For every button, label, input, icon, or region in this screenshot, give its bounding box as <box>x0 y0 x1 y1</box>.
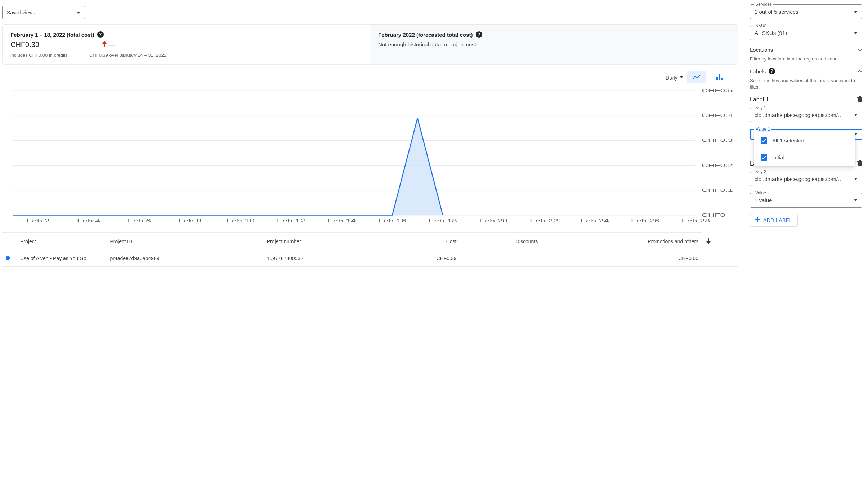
label-1-value-label: Value 1 <box>754 127 771 132</box>
skus-value: All SKUs (91) <box>755 30 854 36</box>
option-initial-text: initial <box>772 154 784 160</box>
forecast-message: Not enough historical data to project co… <box>378 41 730 47</box>
option-all-text: All 1 selected <box>772 137 804 144</box>
chevron-down-icon <box>854 178 858 180</box>
svg-text:Feb 16: Feb 16 <box>378 218 406 223</box>
credits-note: includes CHF0.00 in credits <box>10 53 68 58</box>
table-row[interactable]: Use of Aiven - Pay as You Go pr4adee7d9a… <box>2 250 738 267</box>
cell-project-id: pr4adee7d9a0ab4989 <box>106 250 263 267</box>
bar-chart-icon <box>716 74 723 80</box>
labels-section-toggle[interactable]: Labels ? <box>750 68 862 74</box>
label-2-key-value: cloudmarketplace.googleapis.com/… <box>755 176 854 182</box>
delta-dash: — <box>108 41 116 49</box>
arrow-down-icon <box>706 238 711 245</box>
svg-text:Feb 6: Feb 6 <box>127 218 151 223</box>
services-value: 1 out of 5 services <box>755 9 854 15</box>
chevron-down-icon <box>854 199 858 201</box>
help-icon[interactable]: ? <box>769 68 775 74</box>
col-project[interactable]: Project <box>17 233 106 250</box>
project-table: Project Project ID Project number Cost D… <box>2 232 738 267</box>
svg-rect-0 <box>716 77 718 80</box>
checkbox-checked-icon <box>761 154 767 161</box>
locations-title: Locations <box>750 47 773 53</box>
cell-cost: CHF0.39 <box>384 250 460 267</box>
services-dropdown[interactable]: Services 1 out of 5 services <box>750 4 862 19</box>
svg-text:CHF0: CHF0 <box>701 212 725 217</box>
col-project-number[interactable]: Project number <box>263 233 384 250</box>
label-1-key-dropdown[interactable]: Key 1 cloudmarketplace.googleapis.com/… <box>750 108 862 122</box>
sort-button[interactable] <box>702 233 715 250</box>
svg-text:CHF0.1: CHF0.1 <box>701 187 733 193</box>
actual-value: CHF0.39 <box>10 41 39 49</box>
cell-project: Use of Aiven - Pay as You Go <box>17 250 106 267</box>
chevron-down-icon <box>854 11 858 13</box>
option-initial[interactable]: initial <box>754 149 855 166</box>
forecast-card: February 2022 (forecasted total cost) ? … <box>370 25 738 64</box>
svg-text:Feb 4: Feb 4 <box>77 218 100 223</box>
plus-icon <box>755 217 760 223</box>
trash-icon <box>857 160 862 167</box>
cell-project-number: 1097767800532 <box>263 250 384 267</box>
svg-text:Feb 18: Feb 18 <box>429 218 457 223</box>
services-label: Services <box>754 2 773 7</box>
col-cost[interactable]: Cost <box>384 233 460 250</box>
label-filter-1: Label 1 Key 1 cloudmarketplace.googleapi… <box>750 96 862 140</box>
forecast-title: February 2022 (forecasted total cost) <box>378 32 473 38</box>
help-icon[interactable]: ? <box>97 31 104 38</box>
granularity-dropdown[interactable]: Daily <box>666 74 683 81</box>
svg-rect-2 <box>721 78 723 80</box>
option-all-selected[interactable]: All 1 selected <box>754 132 855 149</box>
svg-text:Feb 2: Feb 2 <box>26 218 50 223</box>
col-discounts[interactable]: Discounts <box>460 233 541 250</box>
svg-text:Feb 12: Feb 12 <box>277 218 305 223</box>
label-2-value-label: Value 2 <box>754 190 771 195</box>
granularity-label: Daily <box>666 74 677 81</box>
svg-text:CHF0.5: CHF0.5 <box>701 88 733 93</box>
svg-text:Feb 14: Feb 14 <box>327 218 356 223</box>
svg-text:Feb 20: Feb 20 <box>479 218 507 223</box>
delete-label-2-button[interactable] <box>857 160 862 167</box>
label-filter-2: Label 2 Key 2 cloudmarketplace.googleapi… <box>750 160 862 208</box>
svg-text:CHF0.3: CHF0.3 <box>701 138 733 143</box>
bar-chart-button[interactable] <box>710 71 729 83</box>
delta-indicator: — <box>102 41 116 49</box>
svg-text:Feb 28: Feb 28 <box>681 218 710 223</box>
label-1-value-options: All 1 selected initial <box>754 132 855 166</box>
compare-note: CHF0.39 over January 14 – 31, 2022 <box>89 53 166 58</box>
help-icon[interactable]: ? <box>476 31 482 38</box>
add-label-text: ADD LABEL <box>763 217 792 223</box>
line-chart-button[interactable] <box>687 71 706 83</box>
label-2-value-value: 1 value <box>755 197 854 203</box>
cell-promotions: CHF0.00 <box>541 250 702 267</box>
trash-icon <box>857 96 862 103</box>
svg-text:Feb 8: Feb 8 <box>178 218 202 223</box>
labels-title: Labels <box>750 68 766 74</box>
svg-text:Feb 26: Feb 26 <box>631 218 659 223</box>
actual-title: February 1 – 18, 2022 (total cost) <box>10 32 94 38</box>
chevron-down-icon <box>857 49 862 51</box>
delete-label-1-button[interactable] <box>857 96 862 103</box>
label-2-key-dropdown[interactable]: Key 2 cloudmarketplace.googleapis.com/… <box>750 172 862 186</box>
label-2-value-dropdown[interactable]: Value 2 1 value <box>750 193 862 208</box>
label-2-key-label: Key 2 <box>754 169 768 174</box>
saved-views-dropdown[interactable]: Saved views <box>2 6 85 19</box>
saved-views-label: Saved views <box>7 10 35 15</box>
svg-text:Feb 22: Feb 22 <box>530 218 558 223</box>
label-1-key-value: cloudmarketplace.googleapis.com/… <box>755 112 854 118</box>
labels-desc: Select the key and values of the labels … <box>750 77 862 90</box>
chevron-down-icon <box>680 76 683 78</box>
table-header-row: Project Project ID Project number Cost D… <box>2 233 738 250</box>
cell-discounts: — <box>460 250 541 267</box>
chevron-down-icon <box>854 114 858 116</box>
svg-rect-1 <box>719 74 720 80</box>
skus-label: SKUs <box>754 23 768 28</box>
add-label-button[interactable]: ADD LABEL <box>750 214 798 227</box>
col-promotions[interactable]: Promotions and others <box>541 233 702 250</box>
locations-desc: Filter by location data like region and … <box>750 56 862 62</box>
summary-cards: February 1 – 18, 2022 (total cost) ? CHF… <box>2 24 738 65</box>
col-project-id[interactable]: Project ID <box>106 233 263 250</box>
skus-dropdown[interactable]: SKUs All SKUs (91) <box>750 26 862 40</box>
locations-section-toggle[interactable]: Locations <box>750 47 862 53</box>
svg-text:Feb 24: Feb 24 <box>580 218 609 223</box>
actual-cost-card: February 1 – 18, 2022 (total cost) ? CHF… <box>3 25 370 64</box>
